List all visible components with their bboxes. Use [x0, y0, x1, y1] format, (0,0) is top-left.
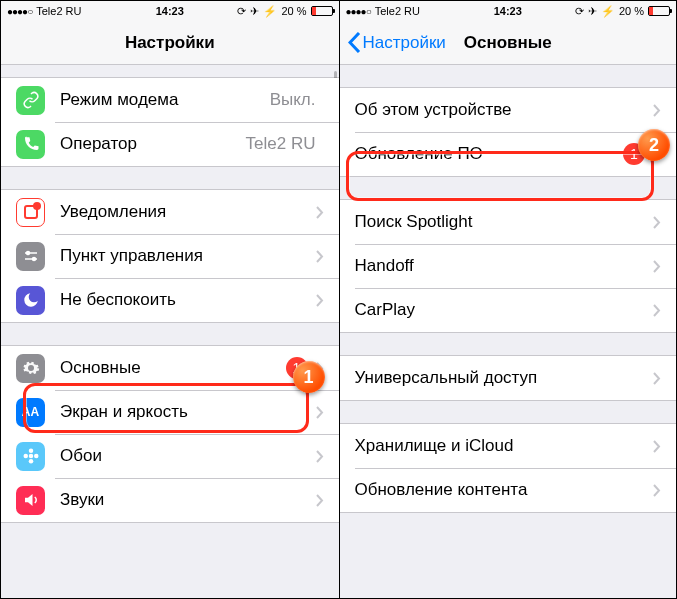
svg-rect-3	[25, 258, 37, 260]
chevron-right-icon	[653, 372, 661, 385]
row-accessibility[interactable]: Универсальный доступ	[340, 356, 677, 400]
phone-settings: ●●●●○Tele2 RU 14:23 ⟳✈⚡20 % Настройки Ре…	[1, 1, 339, 598]
chevron-right-icon	[653, 216, 661, 229]
chevron-right-icon	[653, 304, 661, 317]
chevron-right-icon	[653, 260, 661, 273]
row-sounds[interactable]: Звуки	[1, 478, 339, 522]
row-wallpaper[interactable]: Обои	[1, 434, 339, 478]
settings-list[interactable]: Режим модема Выкл. Оператор Tele2 RU Уве…	[1, 65, 339, 598]
status-time: 14:23	[156, 5, 184, 17]
row-storage[interactable]: Хранилище и iCloud	[340, 424, 677, 468]
phone-icon	[16, 130, 45, 159]
callout-1: 1	[293, 361, 325, 393]
row-spotlight[interactable]: Поиск Spotlight	[340, 200, 677, 244]
moon-icon	[16, 286, 45, 315]
svg-point-5	[28, 449, 33, 454]
navbar: Настройки	[1, 21, 339, 65]
chevron-right-icon	[316, 494, 324, 507]
flower-icon	[16, 442, 45, 471]
general-list[interactable]: Об этом устройстве Обновление ПО 1 Поиск…	[340, 65, 677, 598]
chevron-right-icon	[316, 206, 324, 219]
chevron-right-icon	[653, 484, 661, 497]
sound-icon	[16, 486, 45, 515]
chevron-right-icon	[316, 450, 324, 463]
svg-point-4	[28, 454, 33, 459]
cc-icon	[16, 242, 45, 271]
page-title: Настройки	[125, 33, 215, 53]
chevron-right-icon	[653, 104, 661, 117]
notif-icon	[16, 198, 45, 227]
svg-point-8	[34, 454, 39, 459]
chevron-right-icon	[316, 294, 324, 307]
status-time: 14:23	[494, 5, 522, 17]
phone-general: ●●●●○Tele2 RU 14:23 ⟳✈⚡20 % Настройки Ос…	[339, 1, 677, 598]
gear-icon	[16, 354, 45, 383]
back-button[interactable]: Настройки	[348, 32, 446, 53]
navbar: Настройки Основные	[340, 21, 677, 65]
status-bar: ●●●●○Tele2 RU 14:23 ⟳✈⚡20 %	[340, 1, 677, 21]
row-handoff[interactable]: Handoff	[340, 244, 677, 288]
svg-point-7	[23, 454, 28, 459]
row-dnd[interactable]: Не беспокоить	[1, 278, 339, 322]
svg-rect-1	[25, 252, 37, 254]
row-about[interactable]: Об этом устройстве	[340, 88, 677, 132]
row-carrier[interactable]: Оператор Tele2 RU	[1, 122, 339, 166]
page-title: Основные	[464, 33, 552, 53]
row-carplay[interactable]: CarPlay	[340, 288, 677, 332]
chevron-right-icon	[316, 250, 324, 263]
row-general[interactable]: Основные 1	[1, 346, 339, 390]
row-control-center[interactable]: Пункт управления	[1, 234, 339, 278]
chevron-right-icon	[316, 406, 324, 419]
callout-2: 2	[638, 129, 670, 161]
row-background-refresh[interactable]: Обновление контента	[340, 468, 677, 512]
row-display[interactable]: AA Экран и яркость	[1, 390, 339, 434]
chevron-right-icon	[653, 440, 661, 453]
row-hotspot[interactable]: Режим модема Выкл.	[1, 78, 339, 122]
row-software-update[interactable]: Обновление ПО 1	[340, 132, 677, 176]
link-icon	[16, 86, 45, 115]
row-notifications[interactable]: Уведомления	[1, 190, 339, 234]
aa-icon: AA	[16, 398, 45, 427]
status-bar: ●●●●○Tele2 RU 14:23 ⟳✈⚡20 %	[1, 1, 339, 21]
svg-point-6	[28, 459, 33, 464]
